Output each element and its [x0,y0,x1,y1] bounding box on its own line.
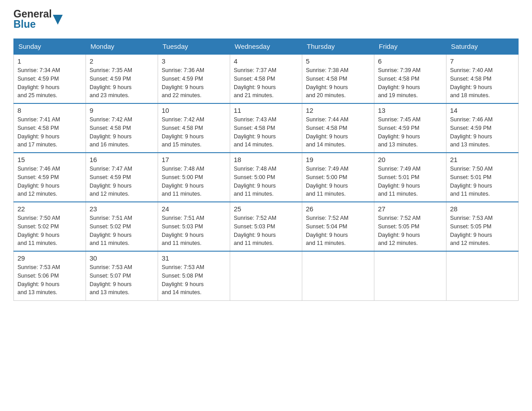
day-info: Sunrise: 7:52 AMSunset: 5:05 PMDaylight:… [378,214,442,248]
calendar-cell: 12Sunrise: 7:44 AMSunset: 4:58 PMDayligh… [302,103,374,153]
day-info: Sunrise: 7:52 AMSunset: 5:03 PMDaylight:… [234,214,298,248]
day-header-thursday: Thursday [302,39,374,55]
calendar-header-row: SundayMondayTuesdayWednesdayThursdayFrid… [14,39,519,55]
calendar-cell: 11Sunrise: 7:43 AMSunset: 4:58 PMDayligh… [230,103,302,153]
day-info: Sunrise: 7:41 AMSunset: 4:58 PMDaylight:… [17,116,82,149]
calendar-cell: 13Sunrise: 7:45 AMSunset: 4:59 PMDayligh… [374,103,446,153]
day-number: 6 [378,57,442,65]
day-info: Sunrise: 7:52 AMSunset: 5:04 PMDaylight:… [306,214,370,248]
calendar-week-row: 29Sunrise: 7:53 AMSunset: 5:06 PMDayligh… [14,251,519,300]
calendar-cell: 7Sunrise: 7:40 AMSunset: 4:58 PMDaylight… [446,54,519,103]
day-number: 17 [162,156,226,163]
calendar-cell: 19Sunrise: 7:49 AMSunset: 5:00 PMDayligh… [302,153,374,202]
day-info: Sunrise: 7:48 AMSunset: 5:00 PMDaylight:… [162,165,226,198]
day-info: Sunrise: 7:46 AMSunset: 4:59 PMDaylight:… [17,165,82,198]
day-header-monday: Monday [86,39,158,55]
day-number: 8 [17,107,82,114]
calendar-cell: 5Sunrise: 7:38 AMSunset: 4:58 PMDaylight… [302,54,374,103]
day-info: Sunrise: 7:45 AMSunset: 4:59 PMDaylight:… [378,116,442,149]
day-info: Sunrise: 7:50 AMSunset: 5:02 PMDaylight:… [17,214,82,248]
day-number: 26 [306,205,370,213]
day-info: Sunrise: 7:34 AMSunset: 4:59 PMDaylight:… [17,66,82,100]
day-number: 31 [162,254,226,262]
day-number: 5 [306,57,370,65]
day-info: Sunrise: 7:42 AMSunset: 4:58 PMDaylight:… [162,116,226,149]
calendar-cell: 8Sunrise: 7:41 AMSunset: 4:58 PMDaylight… [14,103,86,153]
day-info: Sunrise: 7:53 AMSunset: 5:05 PMDaylight:… [450,214,515,248]
day-info: Sunrise: 7:42 AMSunset: 4:58 PMDaylight:… [90,116,154,149]
day-number: 28 [450,205,515,213]
day-header-tuesday: Tuesday [158,39,230,55]
calendar-cell: 9Sunrise: 7:42 AMSunset: 4:58 PMDaylight… [86,103,158,153]
calendar-cell: 28Sunrise: 7:53 AMSunset: 5:05 PMDayligh… [446,202,519,251]
calendar-cell: 18Sunrise: 7:48 AMSunset: 5:00 PMDayligh… [230,153,302,202]
day-number: 21 [450,156,515,163]
day-number: 29 [17,254,82,262]
day-number: 1 [17,57,82,65]
day-number: 4 [234,57,298,65]
day-header-wednesday: Wednesday [230,39,302,55]
day-number: 22 [17,205,82,213]
calendar-week-row: 1Sunrise: 7:34 AMSunset: 4:59 PMDaylight… [14,54,519,103]
calendar-cell: 26Sunrise: 7:52 AMSunset: 5:04 PMDayligh… [302,202,374,251]
calendar-cell: 2Sunrise: 7:35 AMSunset: 4:59 PMDaylight… [86,54,158,103]
calendar-week-row: 22Sunrise: 7:50 AMSunset: 5:02 PMDayligh… [14,202,519,251]
day-info: Sunrise: 7:38 AMSunset: 4:58 PMDaylight:… [306,66,370,100]
calendar-cell [230,251,302,300]
day-info: Sunrise: 7:43 AMSunset: 4:58 PMDaylight:… [234,116,298,149]
day-number: 10 [162,107,226,114]
calendar-cell: 3Sunrise: 7:36 AMSunset: 4:59 PMDaylight… [158,54,230,103]
day-number: 19 [306,156,370,163]
day-info: Sunrise: 7:39 AMSunset: 4:58 PMDaylight:… [378,66,442,100]
calendar-cell: 21Sunrise: 7:50 AMSunset: 5:01 PMDayligh… [446,153,519,202]
day-number: 27 [378,205,442,213]
calendar-cell: 1Sunrise: 7:34 AMSunset: 4:59 PMDaylight… [14,54,86,103]
day-header-sunday: Sunday [14,39,86,55]
day-info: Sunrise: 7:46 AMSunset: 4:59 PMDaylight:… [450,116,515,149]
calendar-cell [374,251,446,300]
calendar-cell: 17Sunrise: 7:48 AMSunset: 5:00 PMDayligh… [158,153,230,202]
calendar-cell [446,251,519,300]
calendar-cell: 27Sunrise: 7:52 AMSunset: 5:05 PMDayligh… [374,202,446,251]
day-number: 16 [90,156,154,163]
calendar-cell: 29Sunrise: 7:53 AMSunset: 5:06 PMDayligh… [14,251,86,300]
day-info: Sunrise: 7:53 AMSunset: 5:07 PMDaylight:… [90,263,154,297]
calendar-cell: 22Sunrise: 7:50 AMSunset: 5:02 PMDayligh… [14,202,86,251]
day-number: 9 [90,107,154,114]
calendar-cell: 6Sunrise: 7:39 AMSunset: 4:58 PMDaylight… [374,54,446,103]
logo: General Blue [13,9,63,30]
day-header-saturday: Saturday [446,39,519,55]
calendar-cell: 25Sunrise: 7:52 AMSunset: 5:03 PMDayligh… [230,202,302,251]
day-info: Sunrise: 7:49 AMSunset: 5:01 PMDaylight:… [378,165,442,198]
day-info: Sunrise: 7:36 AMSunset: 4:59 PMDaylight:… [162,66,226,100]
day-info: Sunrise: 7:53 AMSunset: 5:06 PMDaylight:… [17,263,82,297]
calendar-cell: 24Sunrise: 7:51 AMSunset: 5:03 PMDayligh… [158,202,230,251]
calendar-week-row: 15Sunrise: 7:46 AMSunset: 4:59 PMDayligh… [14,153,519,202]
day-info: Sunrise: 7:51 AMSunset: 5:02 PMDaylight:… [90,214,154,248]
calendar-cell: 16Sunrise: 7:47 AMSunset: 4:59 PMDayligh… [86,153,158,202]
day-info: Sunrise: 7:40 AMSunset: 4:58 PMDaylight:… [450,66,515,100]
calendar-cell: 31Sunrise: 7:53 AMSunset: 5:08 PMDayligh… [158,251,230,300]
calendar-cell: 14Sunrise: 7:46 AMSunset: 4:59 PMDayligh… [446,103,519,153]
logo-general: General [13,9,52,19]
day-header-friday: Friday [374,39,446,55]
day-number: 30 [90,254,154,262]
calendar-week-row: 8Sunrise: 7:41 AMSunset: 4:58 PMDaylight… [14,103,519,153]
calendar-cell: 23Sunrise: 7:51 AMSunset: 5:02 PMDayligh… [86,202,158,251]
day-info: Sunrise: 7:44 AMSunset: 4:58 PMDaylight:… [306,116,370,149]
svg-marker-0 [53,15,63,25]
calendar-cell: 10Sunrise: 7:42 AMSunset: 4:58 PMDayligh… [158,103,230,153]
day-number: 12 [306,107,370,114]
day-number: 20 [378,156,442,163]
calendar-table: SundayMondayTuesdayWednesdayThursdayFrid… [13,39,519,301]
day-number: 24 [162,205,226,213]
day-number: 25 [234,205,298,213]
day-info: Sunrise: 7:37 AMSunset: 4:58 PMDaylight:… [234,66,298,100]
day-number: 7 [450,57,515,65]
day-info: Sunrise: 7:50 AMSunset: 5:01 PMDaylight:… [450,165,515,198]
calendar-cell: 30Sunrise: 7:53 AMSunset: 5:07 PMDayligh… [86,251,158,300]
day-number: 18 [234,156,298,163]
day-info: Sunrise: 7:53 AMSunset: 5:08 PMDaylight:… [162,263,226,297]
day-number: 15 [17,156,82,163]
day-number: 11 [234,107,298,114]
